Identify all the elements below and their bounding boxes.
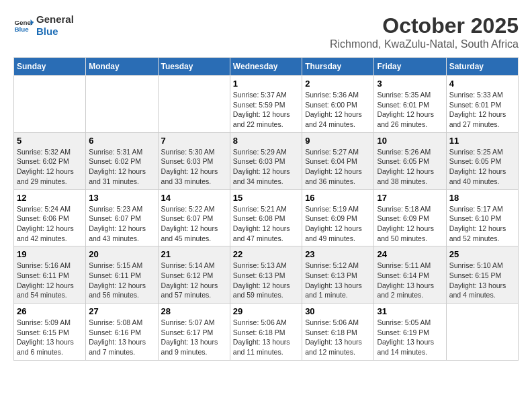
day-number: 15 xyxy=(233,193,299,203)
cell-info: Sunrise: 5:29 AM Sunset: 6:03 PM Dayligh… xyxy=(233,147,299,187)
page-subtitle: Richmond, KwaZulu-Natal, South Africa xyxy=(330,38,519,50)
calendar-header-row: SundayMondayTuesdayWednesdayThursdayFrid… xyxy=(14,58,519,76)
cell-info: Sunrise: 5:24 AM Sunset: 6:06 PM Dayligh… xyxy=(17,204,83,244)
calendar-cell: 8Sunrise: 5:29 AM Sunset: 6:03 PM Daylig… xyxy=(230,132,302,189)
cell-info: Sunrise: 5:06 AM Sunset: 6:18 PM Dayligh… xyxy=(305,318,371,357)
calendar-header-monday: Monday xyxy=(86,58,158,76)
day-number: 28 xyxy=(161,306,227,316)
day-number: 20 xyxy=(89,249,154,259)
cell-info: Sunrise: 5:16 AM Sunset: 6:11 PM Dayligh… xyxy=(17,261,83,300)
calendar-cell: 26Sunrise: 5:09 AM Sunset: 6:15 PM Dayli… xyxy=(14,304,86,361)
day-number: 29 xyxy=(233,306,299,316)
cell-info: Sunrise: 5:18 AM Sunset: 6:09 PM Dayligh… xyxy=(377,204,443,244)
day-number: 19 xyxy=(17,249,83,259)
calendar-cell: 14Sunrise: 5:22 AM Sunset: 6:07 PM Dayli… xyxy=(158,189,230,246)
calendar-cell: 25Sunrise: 5:10 AM Sunset: 6:15 PM Dayli… xyxy=(446,246,518,304)
calendar-header-friday: Friday xyxy=(374,58,446,76)
logo-line2: Blue xyxy=(36,26,74,38)
day-number: 14 xyxy=(161,193,227,203)
day-number: 8 xyxy=(233,136,299,146)
cell-info: Sunrise: 5:23 AM Sunset: 6:07 PM Dayligh… xyxy=(89,204,154,244)
cell-info: Sunrise: 5:07 AM Sunset: 6:17 PM Dayligh… xyxy=(161,318,227,357)
cell-info: Sunrise: 5:25 AM Sunset: 6:05 PM Dayligh… xyxy=(449,147,515,187)
page-header: General Blue General Blue October 2025 R… xyxy=(13,13,519,50)
cell-info: Sunrise: 5:30 AM Sunset: 6:03 PM Dayligh… xyxy=(161,147,227,187)
calendar-cell: 10Sunrise: 5:26 AM Sunset: 6:05 PM Dayli… xyxy=(374,132,446,189)
cell-info: Sunrise: 5:06 AM Sunset: 6:18 PM Dayligh… xyxy=(233,318,299,357)
cell-info: Sunrise: 5:33 AM Sunset: 6:01 PM Dayligh… xyxy=(449,90,515,130)
calendar-cell: 24Sunrise: 5:11 AM Sunset: 6:14 PM Dayli… xyxy=(374,246,446,304)
cell-info: Sunrise: 5:31 AM Sunset: 6:02 PM Dayligh… xyxy=(89,147,154,187)
calendar-header-wednesday: Wednesday xyxy=(230,58,302,76)
day-number: 23 xyxy=(305,249,371,259)
day-number: 1 xyxy=(233,79,299,89)
day-number: 17 xyxy=(377,193,443,203)
day-number: 26 xyxy=(17,306,83,316)
day-number: 4 xyxy=(449,79,515,89)
calendar-cell: 17Sunrise: 5:18 AM Sunset: 6:09 PM Dayli… xyxy=(374,189,446,246)
day-number: 16 xyxy=(305,193,371,203)
calendar-cell: 23Sunrise: 5:12 AM Sunset: 6:13 PM Dayli… xyxy=(302,246,374,304)
calendar-cell: 13Sunrise: 5:23 AM Sunset: 6:07 PM Dayli… xyxy=(86,189,158,246)
cell-info: Sunrise: 5:19 AM Sunset: 6:09 PM Dayligh… xyxy=(305,204,371,244)
day-number: 3 xyxy=(377,79,443,89)
calendar-cell: 18Sunrise: 5:17 AM Sunset: 6:10 PM Dayli… xyxy=(446,189,518,246)
calendar-cell xyxy=(86,76,158,133)
calendar-cell: 21Sunrise: 5:14 AM Sunset: 6:12 PM Dayli… xyxy=(158,246,230,304)
cell-info: Sunrise: 5:13 AM Sunset: 6:13 PM Dayligh… xyxy=(233,261,299,300)
day-number: 6 xyxy=(89,136,154,146)
day-number: 9 xyxy=(305,136,371,146)
logo: General Blue General Blue xyxy=(13,13,74,38)
cell-info: Sunrise: 5:12 AM Sunset: 6:13 PM Dayligh… xyxy=(305,261,371,300)
cell-info: Sunrise: 5:14 AM Sunset: 6:12 PM Dayligh… xyxy=(161,261,227,300)
cell-info: Sunrise: 5:32 AM Sunset: 6:02 PM Dayligh… xyxy=(17,147,83,187)
cell-info: Sunrise: 5:37 AM Sunset: 5:59 PM Dayligh… xyxy=(233,90,299,130)
logo-line1: General xyxy=(36,13,74,26)
day-number: 7 xyxy=(161,136,227,146)
calendar-cell: 6Sunrise: 5:31 AM Sunset: 6:02 PM Daylig… xyxy=(86,132,158,189)
svg-text:Blue: Blue xyxy=(15,26,30,33)
calendar-cell xyxy=(446,304,518,361)
calendar-cell: 19Sunrise: 5:16 AM Sunset: 6:11 PM Dayli… xyxy=(14,246,86,304)
calendar-cell: 31Sunrise: 5:05 AM Sunset: 6:19 PM Dayli… xyxy=(374,304,446,361)
calendar-cell: 2Sunrise: 5:36 AM Sunset: 6:00 PM Daylig… xyxy=(302,76,374,133)
cell-info: Sunrise: 5:08 AM Sunset: 6:16 PM Dayligh… xyxy=(89,318,154,357)
calendar-cell: 7Sunrise: 5:30 AM Sunset: 6:03 PM Daylig… xyxy=(158,132,230,189)
day-number: 24 xyxy=(377,249,443,259)
day-number: 31 xyxy=(377,306,443,316)
logo-icon: General Blue xyxy=(13,15,34,36)
calendar-week-row: 1Sunrise: 5:37 AM Sunset: 5:59 PM Daylig… xyxy=(14,76,519,133)
calendar-cell xyxy=(158,76,230,133)
cell-info: Sunrise: 5:35 AM Sunset: 6:01 PM Dayligh… xyxy=(377,90,443,130)
calendar-header-thursday: Thursday xyxy=(302,58,374,76)
cell-info: Sunrise: 5:05 AM Sunset: 6:19 PM Dayligh… xyxy=(377,318,443,357)
cell-info: Sunrise: 5:27 AM Sunset: 6:04 PM Dayligh… xyxy=(305,147,371,187)
calendar-week-row: 5Sunrise: 5:32 AM Sunset: 6:02 PM Daylig… xyxy=(14,132,519,189)
calendar-cell: 15Sunrise: 5:21 AM Sunset: 6:08 PM Dayli… xyxy=(230,189,302,246)
cell-info: Sunrise: 5:21 AM Sunset: 6:08 PM Dayligh… xyxy=(233,204,299,244)
cell-info: Sunrise: 5:10 AM Sunset: 6:15 PM Dayligh… xyxy=(449,261,515,300)
cell-info: Sunrise: 5:15 AM Sunset: 6:11 PM Dayligh… xyxy=(89,261,154,300)
calendar-table: SundayMondayTuesdayWednesdayThursdayFrid… xyxy=(13,57,519,361)
cell-info: Sunrise: 5:26 AM Sunset: 6:05 PM Dayligh… xyxy=(377,147,443,187)
calendar-cell: 16Sunrise: 5:19 AM Sunset: 6:09 PM Dayli… xyxy=(302,189,374,246)
calendar-cell: 1Sunrise: 5:37 AM Sunset: 5:59 PM Daylig… xyxy=(230,76,302,133)
cell-info: Sunrise: 5:17 AM Sunset: 6:10 PM Dayligh… xyxy=(449,204,515,244)
day-number: 25 xyxy=(449,249,515,259)
day-number: 13 xyxy=(89,193,154,203)
calendar-cell: 29Sunrise: 5:06 AM Sunset: 6:18 PM Dayli… xyxy=(230,304,302,361)
calendar-week-row: 12Sunrise: 5:24 AM Sunset: 6:06 PM Dayli… xyxy=(14,189,519,246)
calendar-week-row: 26Sunrise: 5:09 AM Sunset: 6:15 PM Dayli… xyxy=(14,304,519,361)
calendar-cell: 5Sunrise: 5:32 AM Sunset: 6:02 PM Daylig… xyxy=(14,132,86,189)
day-number: 21 xyxy=(161,249,227,259)
calendar-header-sunday: Sunday xyxy=(14,58,86,76)
title-block: October 2025 Richmond, KwaZulu-Natal, So… xyxy=(330,13,519,50)
day-number: 11 xyxy=(449,136,515,146)
cell-info: Sunrise: 5:22 AM Sunset: 6:07 PM Dayligh… xyxy=(161,204,227,244)
calendar-cell: 11Sunrise: 5:25 AM Sunset: 6:05 PM Dayli… xyxy=(446,132,518,189)
calendar-header-tuesday: Tuesday xyxy=(158,58,230,76)
calendar-cell: 12Sunrise: 5:24 AM Sunset: 6:06 PM Dayli… xyxy=(14,189,86,246)
day-number: 12 xyxy=(17,193,83,203)
cell-info: Sunrise: 5:36 AM Sunset: 6:00 PM Dayligh… xyxy=(305,90,371,130)
day-number: 2 xyxy=(305,79,371,89)
